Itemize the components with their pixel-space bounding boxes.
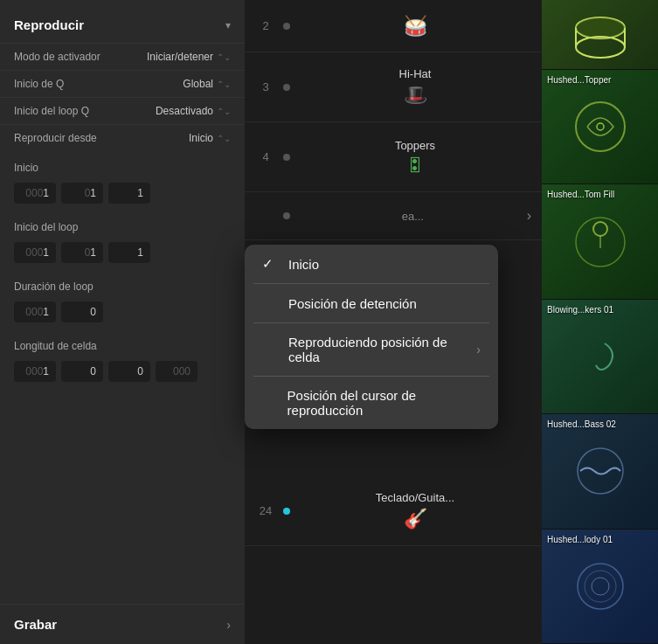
duracion-loop-field-1[interactable]: 0001 bbox=[14, 301, 56, 322]
svg-point-6 bbox=[597, 123, 604, 130]
dropdown-item-cursor[interactable]: ✓ Posición del cursor de reproducción bbox=[245, 377, 498, 429]
track-number: 2 bbox=[255, 19, 276, 32]
inicio-q-label: Inicio de Q bbox=[14, 78, 64, 90]
longitud-celda-fields: 0001 0 0 000 bbox=[0, 357, 245, 389]
track-name: Hi-Hat bbox=[399, 67, 432, 80]
track-dot bbox=[283, 23, 290, 30]
track-row[interactable]: 4 Toppers 🎛 bbox=[245, 122, 542, 192]
right-panel: Hushed...Topper Hushed...Tom Fill Blowin… bbox=[542, 0, 658, 644]
stepper-icon: ⌃⌄ bbox=[217, 107, 231, 116]
tom-visual bbox=[570, 211, 631, 273]
preset-visual bbox=[542, 184, 658, 298]
preset-card-melody[interactable]: Hushed...lody 01 bbox=[542, 530, 658, 644]
duracion-loop-field-2[interactable]: 0 bbox=[61, 301, 103, 322]
preset-card-blowing[interactable]: Blowing...kers 01 bbox=[542, 300, 658, 414]
chevron-down-icon[interactable]: ▾ bbox=[225, 19, 231, 31]
hihat-icon: 🎩 bbox=[404, 84, 427, 107]
dropdown-menu: ✓ Inicio ✓ Posición de detención ✓ Repro… bbox=[245, 245, 498, 429]
inicio-loop-q-label: Inicio del loop Q bbox=[14, 105, 89, 117]
stepper-icon: ⌃⌄ bbox=[217, 52, 231, 62]
track-number: 4 bbox=[255, 150, 276, 163]
topper-visual bbox=[570, 96, 631, 157]
inicio-label: Inicio bbox=[0, 151, 245, 179]
preset-card-bass[interactable]: Hushed...Bass 02 bbox=[542, 414, 658, 529]
chevron-right-icon: › bbox=[226, 618, 231, 632]
melody-visual bbox=[570, 556, 631, 617]
modo-activador-row: Modo de activador Iniciar/detener ⌃⌄ bbox=[0, 43, 245, 70]
preset-card-tom[interactable]: Hushed...Tom Fill bbox=[542, 184, 658, 299]
inicio-loop-field-1[interactable]: 0001 bbox=[14, 242, 56, 263]
longitud-celda-field-4[interactable]: 000 bbox=[156, 361, 197, 382]
dropdown-item-label: Reproduciendo posición de celda bbox=[288, 335, 468, 364]
grabar-label: Grabar bbox=[14, 617, 57, 632]
track-content: Toppers 🎛 bbox=[299, 139, 531, 176]
track-content: ea... bbox=[299, 210, 527, 223]
duracion-loop-fields: 0001 0 bbox=[0, 298, 245, 329]
drum-visual bbox=[570, 10, 631, 59]
inicio-field-2[interactable]: 01 bbox=[61, 183, 103, 204]
preset-visual bbox=[542, 300, 658, 413]
track-dot bbox=[283, 84, 290, 91]
inicio-q-row: Inicio de Q Global ⌃⌄ bbox=[0, 70, 245, 97]
bass-visual bbox=[570, 440, 631, 502]
preset-visual bbox=[542, 70, 658, 184]
duracion-loop-label: Duración de loop bbox=[0, 270, 245, 298]
longitud-celda-field-2[interactable]: 0 bbox=[61, 361, 103, 382]
track-row[interactable]: ea... › bbox=[245, 192, 542, 240]
svg-point-13 bbox=[592, 578, 609, 595]
dropdown-item-label: Posición del cursor de reproducción bbox=[287, 388, 481, 418]
dropdown-item-detencion[interactable]: ✓ Posición de detención bbox=[245, 284, 498, 322]
reproducir-section-header: Reproducir ▾ bbox=[0, 14, 245, 43]
grabar-row[interactable]: Grabar › bbox=[0, 604, 245, 644]
reproducir-desde-label: Reproducir desde bbox=[14, 132, 97, 144]
stepper-icon: ⌃⌄ bbox=[217, 80, 231, 89]
svg-point-12 bbox=[585, 571, 616, 602]
inicio-loop-q-value[interactable]: Desactivado ⌃⌄ bbox=[156, 105, 231, 117]
guitar-icon: 🎸 bbox=[404, 508, 427, 530]
toppers-icon: 🎛 bbox=[406, 156, 424, 176]
track-name: Toppers bbox=[395, 139, 435, 152]
track-content: Teclado/Guita... 🎸 bbox=[299, 491, 531, 530]
preset-card[interactable] bbox=[542, 0, 658, 70]
dropdown-item-inicio[interactable]: ✓ Inicio bbox=[245, 245, 498, 283]
modo-activador-value[interactable]: Iniciar/detener ⌃⌄ bbox=[147, 51, 231, 63]
dropdown-item-reproduciendo[interactable]: ✓ Reproduciendo posición de celda › bbox=[245, 323, 498, 376]
check-icon: ✓ bbox=[262, 256, 280, 272]
track-number: 3 bbox=[255, 80, 276, 93]
track-dot bbox=[283, 154, 290, 161]
track-row[interactable]: 24 Teclado/Guita... 🎸 bbox=[245, 476, 542, 546]
track-name: Teclado/Guita... bbox=[376, 491, 454, 504]
reproducir-desde-value[interactable]: Inicio ⌃⌄ bbox=[189, 132, 231, 144]
dropdown-item-label: Inicio bbox=[288, 257, 319, 272]
svg-point-5 bbox=[576, 102, 625, 151]
inicio-loop-field-2[interactable]: 01 bbox=[61, 242, 103, 263]
stepper-icon: ⌃⌄ bbox=[217, 134, 231, 143]
svg-point-4 bbox=[576, 37, 625, 58]
inicio-q-value[interactable]: Global ⌃⌄ bbox=[183, 78, 231, 90]
inicio-fields: 0001 01 1 bbox=[0, 179, 245, 211]
longitud-celda-field-1[interactable]: 0001 bbox=[14, 361, 56, 382]
longitud-celda-field-3[interactable]: 0 bbox=[108, 361, 150, 382]
inicio-loop-field-3[interactable]: 1 bbox=[108, 242, 150, 263]
preset-visual bbox=[542, 414, 658, 528]
expand-icon[interactable]: › bbox=[527, 208, 531, 224]
preset-card-topper[interactable]: Hushed...Topper bbox=[542, 70, 658, 184]
inicio-field-1[interactable]: 0001 bbox=[14, 183, 56, 204]
inicio-loop-q-row: Inicio del loop Q Desactivado ⌃⌄ bbox=[0, 97, 245, 124]
track-row[interactable]: 3 Hi-Hat 🎩 bbox=[245, 52, 542, 122]
modo-activador-label: Modo de activador bbox=[14, 51, 100, 63]
svg-point-10 bbox=[578, 448, 623, 494]
track-name: ea... bbox=[402, 210, 424, 223]
inicio-loop-fields: 0001 01 1 bbox=[0, 239, 245, 270]
track-number: 24 bbox=[255, 504, 276, 517]
inicio-field-3[interactable]: 1 bbox=[108, 183, 150, 204]
blowing-visual bbox=[570, 326, 631, 387]
track-dot bbox=[283, 508, 290, 515]
left-panel: Reproducir ▾ Modo de activador Iniciar/d… bbox=[0, 0, 245, 644]
track-row[interactable]: 2 🥁 bbox=[245, 0, 542, 52]
track-content: Hi-Hat 🎩 bbox=[299, 67, 531, 107]
reproducir-desde-row: Reproducir desde Inicio ⌃⌄ bbox=[0, 124, 245, 151]
preset-visual bbox=[542, 530, 658, 643]
longitud-celda-label: Longitud de celda bbox=[0, 329, 245, 357]
track-dot bbox=[283, 212, 290, 219]
